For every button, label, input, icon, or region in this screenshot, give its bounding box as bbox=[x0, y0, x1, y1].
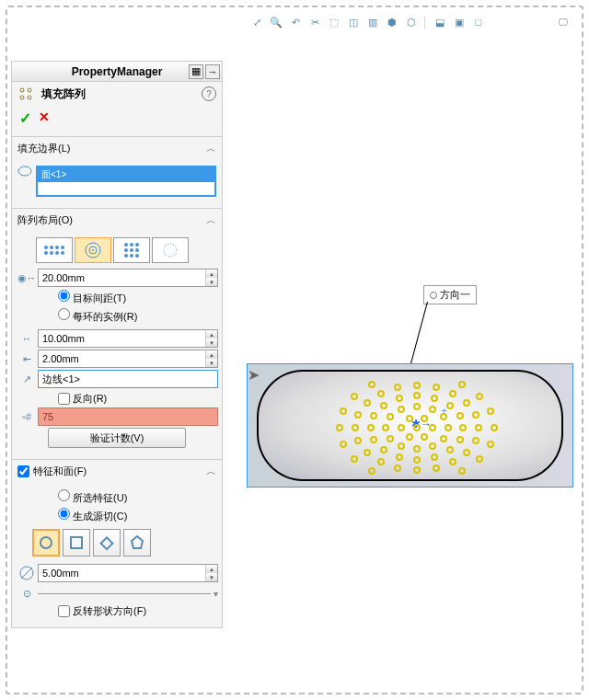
loop-spacing-field[interactable]: ▲▼ bbox=[38, 269, 218, 287]
pattern-instance bbox=[406, 415, 413, 422]
scene-icon[interactable]: ⬢ bbox=[384, 14, 400, 30]
chevron-up-icon: ︿ bbox=[206, 213, 216, 227]
pattern-instance bbox=[368, 467, 375, 475]
fill-pattern-icon bbox=[17, 86, 36, 102]
features-faces-checkbox[interactable] bbox=[17, 465, 29, 477]
pattern-instance bbox=[380, 402, 387, 409]
graphics-viewport[interactable]: ➤ ✱→ + bbox=[247, 363, 573, 488]
loop-spacing-icon: ◉↔ bbox=[17, 270, 36, 285]
layout-square-button[interactable] bbox=[113, 237, 150, 263]
hide-show-icon[interactable]: ▥ bbox=[364, 14, 381, 30]
pattern-instance bbox=[429, 442, 436, 450]
margin-icon: ⇤ bbox=[17, 351, 36, 366]
direction-callout: 方向一 bbox=[423, 285, 477, 304]
section-features-faces: 特征和面(F)︿ 所选特征(U) 生成源切(C) ▲▼ ⊙ ▾ 反转形状 bbox=[12, 459, 222, 627]
pattern-instance bbox=[377, 458, 385, 465]
zoom-area-icon[interactable]: 🔍 bbox=[268, 14, 284, 30]
boundary-selection-box[interactable]: 面<1> bbox=[36, 166, 216, 197]
cube-icon[interactable]: ▣ bbox=[451, 14, 468, 30]
pattern-instance bbox=[458, 467, 466, 475]
zoom-fit-icon[interactable]: ⤢ bbox=[248, 14, 265, 30]
pattern-instance bbox=[377, 390, 385, 397]
pattern-instance bbox=[396, 453, 403, 461]
svg-point-1 bbox=[28, 88, 31, 92]
section-pattern-layout: 阵列布局(O)︿ ◉↔ ▲▼ 目标间距(T) 每环的实例(R) ↔ ▲▼ ⇤ bbox=[12, 208, 222, 457]
pattern-instance bbox=[367, 424, 375, 431]
view-toolbar: ⤢ 🔍 ↶ ✂ ⬚ ◫ ▥ ⬢ ⬡ │ ⬓ ▣ □ 🖵 bbox=[248, 11, 571, 33]
section-title: 特征和面(F) bbox=[33, 465, 206, 478]
boundary-item: 面<1> bbox=[38, 167, 214, 182]
section-icon[interactable]: ✂ bbox=[306, 14, 323, 30]
property-manager-panel: PropertyManager ▦ → 填充阵列 ? ✓ ✕ 填充边界(L)︿ … bbox=[11, 61, 223, 628]
ok-button[interactable]: ✓ bbox=[19, 109, 31, 127]
radio-selected-features[interactable]: 所选特征(U) bbox=[58, 489, 218, 505]
direction-selection-box[interactable]: 边线<1> bbox=[38, 370, 218, 388]
pattern-instance bbox=[429, 406, 436, 413]
pattern-instance bbox=[456, 436, 464, 443]
pattern-instance bbox=[413, 456, 421, 464]
layout-perforation-button[interactable] bbox=[36, 237, 73, 263]
pattern-instance bbox=[340, 441, 347, 448]
pattern-instance bbox=[394, 465, 401, 472]
layout-circular-button[interactable] bbox=[75, 237, 111, 263]
radio-instances-per-loop[interactable]: 每环的实例(R) bbox=[58, 308, 218, 324]
zoom-prev-icon[interactable]: ↶ bbox=[287, 14, 304, 30]
radio-target-spacing[interactable]: 目标间距(T) bbox=[58, 290, 218, 305]
diameter-icon bbox=[17, 566, 36, 580]
display-style-icon[interactable]: ◫ bbox=[345, 14, 362, 30]
svg-point-7 bbox=[92, 249, 94, 251]
margin-field[interactable]: ▲▼ bbox=[38, 350, 218, 368]
pattern-instance bbox=[354, 411, 362, 419]
chevron-up-icon: ︿ bbox=[206, 142, 216, 155]
help-icon[interactable]: ? bbox=[202, 86, 216, 101]
view-settings-icon[interactable]: ⬓ bbox=[432, 14, 448, 30]
shape-polygon-button[interactable] bbox=[123, 529, 151, 557]
count-icon: ▫# bbox=[17, 409, 36, 424]
pattern-instance bbox=[387, 435, 394, 442]
viewport-icon[interactable]: □ bbox=[470, 14, 487, 30]
section-title: 填充边界(L) bbox=[17, 142, 206, 155]
pattern-instance bbox=[406, 433, 413, 441]
spin-up[interactable]: ▲ bbox=[206, 270, 217, 278]
flip-shape-checkbox[interactable] bbox=[58, 605, 70, 617]
shape-diamond-button[interactable] bbox=[93, 529, 121, 557]
verify-count-button[interactable]: 验证计数(V) bbox=[48, 428, 186, 448]
diameter-field[interactable]: ▲▼ bbox=[38, 564, 218, 582]
svg-rect-11 bbox=[101, 537, 113, 549]
shape-square-button[interactable] bbox=[63, 529, 90, 557]
view-orient-icon[interactable]: ⬚ bbox=[326, 14, 342, 30]
pm-push-icon[interactable]: → bbox=[205, 64, 220, 79]
pattern-instance bbox=[413, 424, 421, 431]
pattern-instance bbox=[456, 412, 464, 419]
layout-polygon-button[interactable] bbox=[152, 237, 189, 263]
svg-point-0 bbox=[20, 88, 24, 92]
monitor-icon[interactable]: 🖵 bbox=[554, 14, 571, 30]
chevron-up-icon: ︿ bbox=[206, 465, 216, 478]
spin-down[interactable]: ▼ bbox=[206, 278, 217, 286]
svg-point-2 bbox=[20, 96, 24, 99]
svg-rect-10 bbox=[71, 537, 82, 548]
cancel-button[interactable]: ✕ bbox=[39, 109, 50, 127]
instance-spacing-icon: ↔ bbox=[17, 331, 36, 346]
pattern-instance bbox=[433, 384, 440, 391]
pattern-instance bbox=[433, 465, 440, 472]
pattern-instance bbox=[364, 399, 371, 407]
radio-create-seed-cut[interactable]: 生成源切(C) bbox=[58, 508, 218, 523]
instance-spacing-field[interactable]: ▲▼ bbox=[38, 329, 218, 348]
svg-point-3 bbox=[28, 96, 31, 99]
reverse-checkbox[interactable] bbox=[58, 393, 70, 405]
pm-header: PropertyManager ▦ → bbox=[12, 62, 222, 82]
pattern-instance bbox=[472, 411, 479, 419]
pattern-instance bbox=[413, 445, 421, 453]
pattern-instance bbox=[413, 382, 421, 389]
pattern-instance bbox=[487, 441, 494, 448]
pm-pin-icon[interactable]: ▦ bbox=[189, 64, 203, 79]
direction-arrow-icon: ➤ bbox=[248, 366, 260, 384]
instance-count-field: 75 bbox=[38, 407, 218, 426]
shape-circle-button[interactable] bbox=[32, 529, 60, 557]
pattern-instance bbox=[429, 424, 436, 431]
pattern-instance bbox=[364, 449, 371, 456]
appearance-icon[interactable]: ⬡ bbox=[403, 14, 420, 30]
pattern-instance bbox=[440, 435, 447, 442]
boundary-icon bbox=[16, 164, 34, 178]
